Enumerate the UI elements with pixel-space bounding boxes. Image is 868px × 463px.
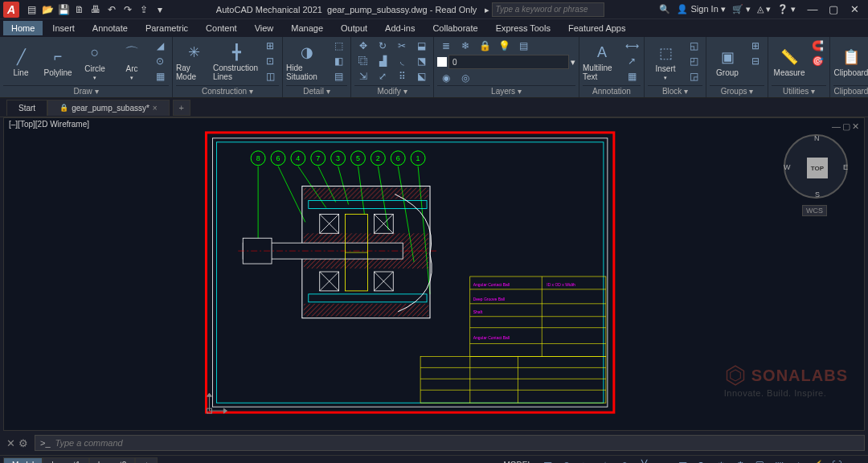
layer-selector[interactable] (448, 55, 569, 69)
status-cycle-icon[interactable]: ⟳ (693, 458, 710, 464)
app-exchange-icon[interactable]: ◬ ▾ (757, 4, 771, 14)
menu-collaborate[interactable]: Collaborate (424, 21, 485, 35)
cons-3[interactable]: ◫ (261, 69, 279, 84)
viewcube-north[interactable]: N (814, 134, 820, 142)
grp-b[interactable]: ⊟ (747, 54, 764, 68)
layer-btn-3[interactable]: 🔒 (476, 39, 493, 53)
viewcube-east[interactable]: E (843, 163, 848, 171)
layer-iso[interactable]: ◎ (457, 71, 474, 85)
array-tool[interactable]: ⠿ (393, 69, 411, 84)
qat-redo-icon[interactable]: ↷ (121, 2, 135, 17)
status-osnap-icon[interactable]: ◎ (616, 458, 633, 464)
trim-tool[interactable]: ✂ (393, 39, 411, 53)
panel-utilities-title[interactable]: Utilities ▾ (772, 85, 826, 97)
stretch-tool[interactable]: ⇲ (354, 69, 372, 84)
command-input[interactable]: >_ Type a command (35, 435, 865, 451)
line-tool[interactable]: ╱Line (3, 39, 39, 85)
status-grid-icon[interactable]: ▦ (538, 458, 556, 464)
cons-2[interactable]: ⊡ (261, 54, 279, 68)
block-c[interactable]: ◲ (685, 69, 702, 84)
vp-restore-icon[interactable]: ▢ (842, 121, 850, 132)
layout-tab-layout1[interactable]: Layout1 (43, 457, 89, 463)
rotate-tool[interactable]: ↻ (374, 39, 391, 53)
menu-parametric[interactable]: Parametric (137, 21, 196, 35)
cart-icon[interactable]: 🛒 ▾ (732, 4, 751, 14)
file-tab[interactable]: 🔒gear_pump_subassy* × (47, 100, 170, 116)
leader-tool[interactable]: ↗ (623, 54, 641, 68)
arc-tool[interactable]: ⌒Arc▾ (114, 39, 149, 85)
menu-view[interactable]: View (247, 21, 282, 35)
cons-1[interactable]: ⊞ (261, 39, 279, 53)
polyline-tool[interactable]: ⌐Polyline (40, 39, 76, 85)
layout-tab-layout2[interactable]: Layout2 (89, 457, 136, 463)
circle-tool[interactable]: ○Circle▾ (77, 39, 113, 85)
draw-misc-1[interactable]: ◢ (151, 39, 169, 53)
help-search-input[interactable] (492, 2, 604, 17)
maximize-button[interactable]: ▢ (823, 2, 844, 18)
move-tool[interactable]: ✥ (354, 39, 372, 53)
menu-manage[interactable]: Manage (283, 21, 331, 35)
qat-print-icon[interactable]: 🖶 (88, 2, 103, 17)
insert-tool[interactable]: ⬚Insert▾ (648, 39, 683, 85)
ray-mode-tool[interactable]: ✳Ray Mode (176, 39, 211, 85)
status-hardware-icon[interactable]: ⚡ (809, 458, 826, 464)
mod-c[interactable]: ⬕ (412, 69, 430, 84)
tab-close-icon[interactable]: × (153, 104, 158, 113)
construction-lines-tool[interactable]: ╋Construction Lines (213, 39, 260, 85)
status-polar-icon[interactable]: ✦ (596, 458, 614, 464)
mod-a[interactable]: ⬓ (412, 39, 430, 53)
qat-saveas-icon[interactable]: 🗎 (72, 2, 87, 17)
hide-situation-tool[interactable]: ◑Hide Situation (286, 39, 328, 85)
layer-btn-1[interactable]: ≣ (437, 39, 455, 53)
menu-featured-apps[interactable]: Featured Apps (560, 21, 634, 35)
grp-a[interactable]: ⊞ (747, 39, 764, 53)
util-a[interactable]: 🧲 (809, 39, 826, 53)
qat-save-icon[interactable]: 💾 (56, 2, 71, 17)
status-isolate-icon[interactable]: ◈ (789, 458, 807, 464)
drawing-viewport[interactable]: [–][Top][2D Wireframe] — ▢ ✕ TOP N S E W… (3, 117, 865, 431)
minimize-button[interactable]: — (802, 2, 823, 18)
group-tool[interactable]: ▣Group (710, 39, 745, 85)
layer-state[interactable]: ◉ (437, 71, 455, 85)
viewcube-south[interactable]: S (815, 191, 820, 199)
dim-tool[interactable]: ⟷ (623, 39, 641, 53)
layout-tab-model[interactable]: Model (3, 457, 43, 463)
table-tool[interactable]: ▦ (623, 69, 641, 84)
vp-close-icon[interactable]: ✕ (852, 121, 859, 132)
block-a[interactable]: ◱ (685, 39, 702, 53)
status-annoscale-icon[interactable]: ⚖ (712, 458, 730, 464)
qat-share-icon[interactable]: ⇪ (137, 2, 151, 17)
add-layout-button[interactable]: + (135, 457, 158, 463)
copy-tool[interactable]: ⿻ (354, 54, 372, 68)
clipboard-tool[interactable]: 📋Clipboard (833, 39, 868, 85)
close-button[interactable]: ✕ (844, 2, 865, 18)
status-customize-icon[interactable]: ≣ (847, 458, 865, 464)
status-transparency-icon[interactable]: ▤ (674, 458, 691, 464)
status-snap-icon[interactable]: ⊙ (558, 458, 575, 464)
panel-construction-title[interactable]: Construction ▾ (176, 85, 279, 97)
file-tab[interactable]: Start (6, 100, 47, 116)
status-lwt-icon[interactable]: ≡ (654, 458, 672, 464)
qat-undo-icon[interactable]: ↶ (104, 2, 119, 17)
layer-btn-4[interactable]: 💡 (495, 39, 513, 53)
viewcube-top-face[interactable]: TOP (807, 158, 828, 178)
scale-tool[interactable]: ⤢ (374, 69, 391, 84)
mtext-tool[interactable]: AMultiline Text (583, 39, 621, 85)
menu-annotate[interactable]: Annotate (84, 21, 136, 35)
layer-btn-5[interactable]: ▤ (514, 39, 532, 53)
qat-new-icon[interactable]: ▤ (24, 2, 39, 17)
fillet-tool[interactable]: ◟ (393, 54, 411, 68)
menu-insert[interactable]: Insert (44, 21, 83, 35)
mod-b[interactable]: ⬔ (412, 54, 430, 68)
det-3[interactable]: ▤ (330, 69, 347, 84)
menu-output[interactable]: Output (333, 21, 375, 35)
det-2[interactable]: ◧ (330, 54, 347, 68)
app-logo[interactable]: A (3, 2, 19, 18)
panel-groups-title[interactable]: Groups ▾ (710, 85, 764, 97)
panel-draw-title[interactable]: Draw ▾ (3, 85, 169, 97)
help-icon[interactable]: ❔ ▾ (777, 4, 796, 14)
vp-minimize-icon[interactable]: — (832, 121, 841, 132)
panel-layers-title[interactable]: Layers ▾ (437, 85, 575, 97)
new-tab-button[interactable]: + (173, 100, 190, 116)
status-workspace-icon[interactable]: ⚙ (731, 458, 749, 464)
